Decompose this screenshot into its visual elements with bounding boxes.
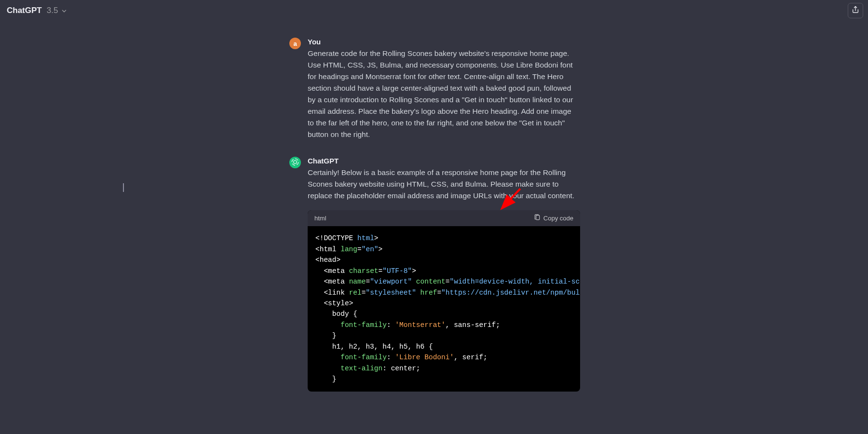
conversation: a You Generate code for the Rolling Scon… — [0, 21, 868, 392]
user-avatar: a — [289, 38, 301, 49]
share-icon — [852, 6, 859, 15]
assistant-author-label: ChatGPT — [308, 157, 580, 165]
user-message-text: Generate code for the Rolling Scones bak… — [308, 48, 579, 140]
code-block: html Copy code <!DOCTYPE html> <html lan… — [308, 210, 580, 392]
text-cursor — [123, 183, 124, 192]
user-turn: a You Generate code for the Rolling Scon… — [289, 38, 579, 140]
model-selector[interactable]: ChatGPT 3.5 — [7, 6, 68, 15]
user-author-label: You — [308, 38, 579, 46]
clipboard-icon — [534, 214, 541, 222]
openai-logo-icon — [291, 158, 299, 167]
assistant-message-text: Certainly! Below is a basic example of a… — [308, 167, 580, 202]
code-language-label: html — [314, 215, 326, 222]
assistant-avatar — [289, 157, 301, 168]
model-name: ChatGPT — [7, 6, 42, 15]
svg-rect-2 — [536, 216, 540, 220]
code-content[interactable]: <!DOCTYPE html> <html lang="en"> <head> … — [308, 226, 580, 392]
copy-code-button[interactable]: Copy code — [534, 214, 573, 222]
svg-point-1 — [294, 160, 297, 163]
assistant-turn: ChatGPT Certainly! Below is a basic exam… — [289, 157, 579, 392]
chevron-down-icon — [61, 7, 68, 14]
copy-code-label: Copy code — [543, 215, 573, 222]
share-button[interactable] — [848, 3, 863, 18]
model-version: 3.5 — [47, 6, 58, 15]
avatar-letter: a — [293, 40, 297, 47]
